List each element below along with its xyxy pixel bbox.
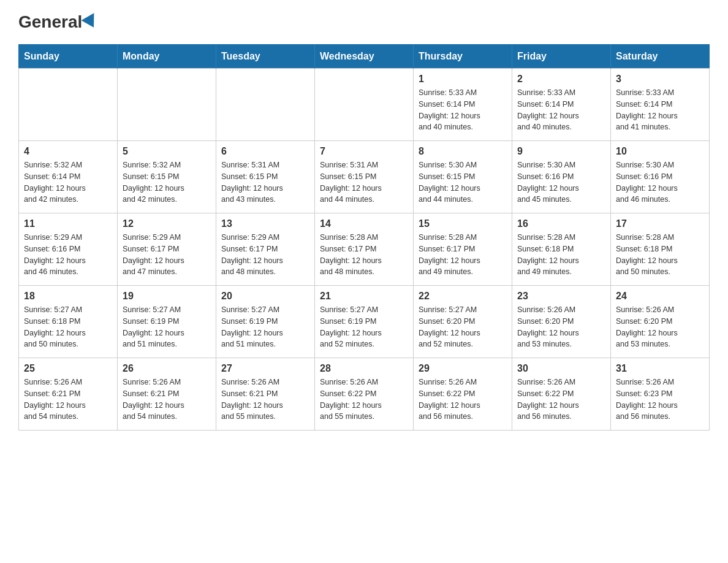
calendar-cell: 12Sunrise: 5:29 AMSunset: 6:17 PMDayligh… bbox=[118, 213, 216, 286]
day-number: 27 bbox=[221, 363, 309, 374]
calendar-table: SundayMondayTuesdayWednesdayThursdayFrid… bbox=[18, 44, 710, 431]
calendar-cell: 19Sunrise: 5:27 AMSunset: 6:19 PMDayligh… bbox=[118, 286, 216, 358]
calendar-cell: 14Sunrise: 5:28 AMSunset: 6:17 PMDayligh… bbox=[315, 213, 414, 286]
day-info: Sunrise: 5:30 AMSunset: 6:16 PMDaylight:… bbox=[517, 159, 605, 205]
calendar-header-wednesday: Wednesday bbox=[315, 45, 414, 69]
day-info: Sunrise: 5:31 AMSunset: 6:15 PMDaylight:… bbox=[221, 159, 309, 205]
day-number: 8 bbox=[419, 146, 507, 157]
day-number: 31 bbox=[616, 363, 704, 374]
day-number: 18 bbox=[24, 291, 112, 302]
calendar-cell: 18Sunrise: 5:27 AMSunset: 6:18 PMDayligh… bbox=[19, 286, 118, 358]
day-info: Sunrise: 5:30 AMSunset: 6:15 PMDaylight:… bbox=[419, 159, 507, 205]
calendar-cell: 25Sunrise: 5:26 AMSunset: 6:21 PMDayligh… bbox=[19, 358, 118, 431]
day-number: 9 bbox=[517, 146, 605, 157]
day-info: Sunrise: 5:27 AMSunset: 6:18 PMDaylight:… bbox=[24, 304, 112, 350]
day-number: 5 bbox=[123, 146, 211, 157]
page-header: General bbox=[18, 12, 710, 32]
calendar-week-row: 18Sunrise: 5:27 AMSunset: 6:18 PMDayligh… bbox=[19, 286, 710, 358]
calendar-header-friday: Friday bbox=[512, 45, 611, 69]
day-info: Sunrise: 5:33 AMSunset: 6:14 PMDaylight:… bbox=[419, 87, 507, 133]
day-info: Sunrise: 5:26 AMSunset: 6:21 PMDaylight:… bbox=[24, 377, 112, 423]
day-info: Sunrise: 5:26 AMSunset: 6:20 PMDaylight:… bbox=[616, 304, 704, 350]
day-info: Sunrise: 5:28 AMSunset: 6:17 PMDaylight:… bbox=[320, 232, 408, 278]
calendar-cell: 13Sunrise: 5:29 AMSunset: 6:17 PMDayligh… bbox=[216, 213, 315, 286]
day-info: Sunrise: 5:33 AMSunset: 6:14 PMDaylight:… bbox=[517, 87, 605, 133]
day-number: 2 bbox=[517, 74, 605, 85]
day-number: 28 bbox=[320, 363, 408, 374]
day-info: Sunrise: 5:33 AMSunset: 6:14 PMDaylight:… bbox=[616, 87, 704, 133]
calendar-cell: 22Sunrise: 5:27 AMSunset: 6:20 PMDayligh… bbox=[414, 286, 512, 358]
day-info: Sunrise: 5:29 AMSunset: 6:16 PMDaylight:… bbox=[24, 232, 112, 278]
calendar-cell: 29Sunrise: 5:26 AMSunset: 6:22 PMDayligh… bbox=[414, 358, 512, 431]
calendar-cell: 23Sunrise: 5:26 AMSunset: 6:20 PMDayligh… bbox=[512, 286, 611, 358]
calendar-week-row: 4Sunrise: 5:32 AMSunset: 6:14 PMDaylight… bbox=[19, 141, 710, 213]
day-number: 10 bbox=[616, 146, 704, 157]
day-number: 11 bbox=[24, 218, 112, 229]
day-info: Sunrise: 5:28 AMSunset: 6:18 PMDaylight:… bbox=[616, 232, 704, 278]
calendar-cell: 17Sunrise: 5:28 AMSunset: 6:18 PMDayligh… bbox=[611, 213, 710, 286]
day-number: 16 bbox=[517, 218, 605, 229]
day-number: 30 bbox=[517, 363, 605, 374]
calendar-header-monday: Monday bbox=[118, 45, 216, 69]
day-number: 29 bbox=[419, 363, 507, 374]
day-number: 26 bbox=[123, 363, 211, 374]
calendar-cell bbox=[315, 69, 414, 141]
calendar-cell: 15Sunrise: 5:28 AMSunset: 6:17 PMDayligh… bbox=[414, 213, 512, 286]
day-info: Sunrise: 5:32 AMSunset: 6:15 PMDaylight:… bbox=[123, 159, 211, 205]
day-number: 14 bbox=[320, 218, 408, 229]
day-info: Sunrise: 5:29 AMSunset: 6:17 PMDaylight:… bbox=[221, 232, 309, 278]
calendar-cell: 16Sunrise: 5:28 AMSunset: 6:18 PMDayligh… bbox=[512, 213, 611, 286]
calendar-header-saturday: Saturday bbox=[611, 45, 710, 69]
day-number: 17 bbox=[616, 218, 704, 229]
day-info: Sunrise: 5:27 AMSunset: 6:20 PMDaylight:… bbox=[419, 304, 507, 350]
day-number: 3 bbox=[616, 74, 704, 85]
calendar-cell: 26Sunrise: 5:26 AMSunset: 6:21 PMDayligh… bbox=[118, 358, 216, 431]
day-number: 19 bbox=[123, 291, 211, 302]
calendar-cell: 28Sunrise: 5:26 AMSunset: 6:22 PMDayligh… bbox=[315, 358, 414, 431]
day-info: Sunrise: 5:31 AMSunset: 6:15 PMDaylight:… bbox=[320, 159, 408, 205]
day-info: Sunrise: 5:29 AMSunset: 6:17 PMDaylight:… bbox=[123, 232, 211, 278]
day-number: 20 bbox=[221, 291, 309, 302]
day-info: Sunrise: 5:26 AMSunset: 6:23 PMDaylight:… bbox=[616, 377, 704, 423]
calendar-header-sunday: Sunday bbox=[19, 45, 118, 69]
calendar-header-tuesday: Tuesday bbox=[216, 45, 315, 69]
calendar-header-thursday: Thursday bbox=[414, 45, 512, 69]
calendar-week-row: 25Sunrise: 5:26 AMSunset: 6:21 PMDayligh… bbox=[19, 358, 710, 431]
day-number: 15 bbox=[419, 218, 507, 229]
day-number: 13 bbox=[221, 218, 309, 229]
calendar-cell bbox=[216, 69, 315, 141]
day-number: 21 bbox=[320, 291, 408, 302]
day-info: Sunrise: 5:26 AMSunset: 6:21 PMDaylight:… bbox=[221, 377, 309, 423]
calendar-cell: 31Sunrise: 5:26 AMSunset: 6:23 PMDayligh… bbox=[611, 358, 710, 431]
calendar-cell: 30Sunrise: 5:26 AMSunset: 6:22 PMDayligh… bbox=[512, 358, 611, 431]
day-info: Sunrise: 5:27 AMSunset: 6:19 PMDaylight:… bbox=[221, 304, 309, 350]
calendar-cell: 11Sunrise: 5:29 AMSunset: 6:16 PMDayligh… bbox=[19, 213, 118, 286]
day-number: 23 bbox=[517, 291, 605, 302]
day-info: Sunrise: 5:28 AMSunset: 6:17 PMDaylight:… bbox=[419, 232, 507, 278]
day-number: 12 bbox=[123, 218, 211, 229]
calendar-header-row: SundayMondayTuesdayWednesdayThursdayFrid… bbox=[19, 45, 710, 69]
calendar-cell: 27Sunrise: 5:26 AMSunset: 6:21 PMDayligh… bbox=[216, 358, 315, 431]
day-info: Sunrise: 5:26 AMSunset: 6:20 PMDaylight:… bbox=[517, 304, 605, 350]
day-number: 24 bbox=[616, 291, 704, 302]
day-info: Sunrise: 5:30 AMSunset: 6:16 PMDaylight:… bbox=[616, 159, 704, 205]
day-info: Sunrise: 5:28 AMSunset: 6:18 PMDaylight:… bbox=[517, 232, 605, 278]
day-info: Sunrise: 5:32 AMSunset: 6:14 PMDaylight:… bbox=[24, 159, 112, 205]
day-number: 6 bbox=[221, 146, 309, 157]
calendar-cell: 3Sunrise: 5:33 AMSunset: 6:14 PMDaylight… bbox=[611, 69, 710, 141]
day-number: 4 bbox=[24, 146, 112, 157]
calendar-cell bbox=[118, 69, 216, 141]
day-number: 1 bbox=[419, 74, 507, 85]
calendar-cell: 24Sunrise: 5:26 AMSunset: 6:20 PMDayligh… bbox=[611, 286, 710, 358]
day-number: 7 bbox=[320, 146, 408, 157]
calendar-cell: 10Sunrise: 5:30 AMSunset: 6:16 PMDayligh… bbox=[611, 141, 710, 213]
calendar-cell: 5Sunrise: 5:32 AMSunset: 6:15 PMDaylight… bbox=[118, 141, 216, 213]
calendar-cell: 9Sunrise: 5:30 AMSunset: 6:16 PMDaylight… bbox=[512, 141, 611, 213]
day-number: 22 bbox=[419, 291, 507, 302]
day-info: Sunrise: 5:26 AMSunset: 6:22 PMDaylight:… bbox=[419, 377, 507, 423]
day-info: Sunrise: 5:27 AMSunset: 6:19 PMDaylight:… bbox=[320, 304, 408, 350]
calendar-week-row: 1Sunrise: 5:33 AMSunset: 6:14 PMDaylight… bbox=[19, 69, 710, 141]
day-info: Sunrise: 5:26 AMSunset: 6:22 PMDaylight:… bbox=[517, 377, 605, 423]
calendar-cell: 8Sunrise: 5:30 AMSunset: 6:15 PMDaylight… bbox=[414, 141, 512, 213]
calendar-week-row: 11Sunrise: 5:29 AMSunset: 6:16 PMDayligh… bbox=[19, 213, 710, 286]
